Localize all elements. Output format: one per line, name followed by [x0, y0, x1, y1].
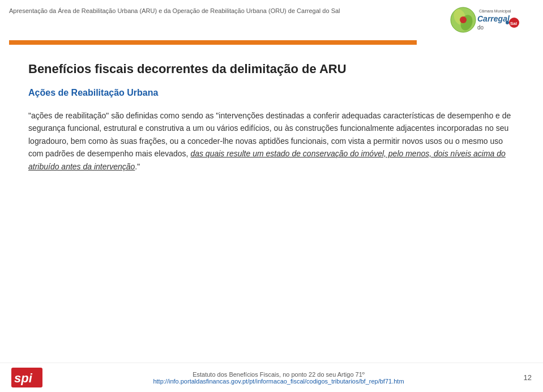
header-title: Apresentação da Área de Reabilitação Urb… — [9, 5, 340, 15]
logo-area: Câmara Municipal Carregal Sal do — [443, 5, 534, 36]
footer: spi Estatuto dos Benefícios Fiscais, no … — [0, 363, 543, 392]
statute-text: Estatuto dos Benefícios Fiscais, no pont… — [42, 371, 515, 378]
svg-text:Sal: Sal — [510, 21, 517, 26]
svg-text:Câmara Municipal: Câmara Municipal — [479, 9, 511, 14]
svg-point-4 — [460, 16, 467, 23]
slide: Apresentação da Área de Reabilitação Urb… — [0, 0, 543, 392]
spi-logo-icon: spi — [11, 368, 42, 387]
body-paragraph: "ações de reabilitação" são definidas co… — [28, 109, 515, 173]
svg-text:spi: spi — [14, 371, 33, 385]
svg-text:Carregal: Carregal — [477, 14, 510, 23]
main-content: Benefícios fiscais decorrentes da delimi… — [0, 45, 543, 363]
sub-title: Ações de Reabilitação Urbana — [28, 88, 515, 98]
svg-point-9 — [506, 21, 509, 24]
carregal-logo: Câmara Municipal Carregal Sal do — [446, 5, 531, 36]
header: Apresentação da Área de Reabilitação Urb… — [0, 0, 543, 40]
main-title: Benefícios fiscais decorrentes da delimi… — [28, 62, 515, 76]
footer-logo: spi — [11, 368, 42, 387]
footer-center: Estatuto dos Benefícios Fiscais, no pont… — [42, 371, 515, 385]
svg-text:do: do — [477, 24, 484, 31]
paragraph-end: ." — [135, 162, 140, 171]
accent-bar — [9, 40, 417, 45]
page-number: 12 — [515, 373, 532, 382]
footer-link-anchor[interactable]: http://info.portaldasfinancas.gov.pt/pt/… — [153, 378, 404, 385]
footer-link[interactable]: http://info.portaldasfinancas.gov.pt/pt/… — [42, 378, 515, 385]
accent-bar-container — [0, 40, 543, 45]
